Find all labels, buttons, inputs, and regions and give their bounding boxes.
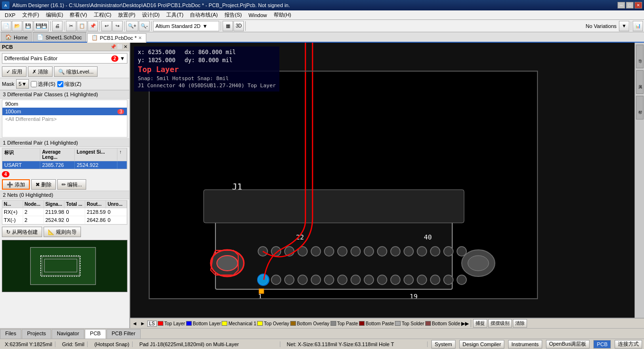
net-row-rx[interactable]: RX(+) 2 2119.98 0 2128.59 0 [2, 208, 127, 216]
tb-zoom-in[interactable]: 🔍+ [126, 21, 138, 31]
tb-copy[interactable]: 📋 [77, 21, 87, 31]
panel-close-btn[interactable]: ✕ [124, 44, 127, 49]
class-item-90om[interactable]: 90om [2, 100, 127, 108]
tb-redo[interactable]: ↪ [112, 21, 123, 31]
layer-scroll-right[interactable]: ► [139, 321, 146, 326]
clear-button[interactable]: ✗ 清除 [28, 66, 53, 77]
view-dropdown[interactable]: Altium Standard 2D ▼ [153, 21, 219, 31]
design-compiler-btn[interactable]: Design Compiler [459, 340, 504, 349]
menu-window[interactable]: Window [246, 11, 270, 19]
tb-new[interactable]: 📄 [1, 21, 11, 31]
tb-paste[interactable]: 📌 [88, 21, 98, 31]
apply-button[interactable]: ✓ 应用 [2, 66, 27, 77]
svg-point-51 [444, 275, 453, 285]
variations-dropdown[interactable]: ▼ [619, 21, 629, 31]
tb-open[interactable]: 📂 [12, 21, 22, 31]
class-item-all[interactable]: <All Differential Pairs> [2, 115, 127, 123]
ls-btn[interactable]: LS [147, 321, 157, 327]
select-checkbox[interactable] [31, 81, 37, 87]
layer-top-overlay[interactable]: Top Overlay [257, 321, 289, 326]
layer-more-icon[interactable]: ▶▶ [461, 321, 469, 327]
menu-view[interactable]: 察看(V) [67, 10, 90, 19]
tb-layers[interactable]: 📊 [633, 21, 643, 31]
layer-bot-paste[interactable]: Bottom Paste [359, 321, 394, 326]
layer-bot-overlay[interactable]: Bottom Overlay [290, 321, 330, 326]
menu-edit[interactable]: 编辑(E) [43, 10, 66, 19]
net-col-total: Total ... [64, 201, 85, 208]
mask-value-btn[interactable]: 5 ▼ [16, 79, 29, 89]
panel-pin-btn[interactable]: 📌 [110, 44, 116, 49]
minimize-button[interactable]: ─ [617, 2, 625, 9]
pcb-status-btn[interactable]: PCB [593, 340, 611, 349]
add-button[interactable]: ➕ 添加 [2, 179, 30, 190]
menu-report[interactable]: 报告(S) [222, 10, 245, 19]
edit-button[interactable]: ✏ 编辑... [57, 179, 86, 190]
menu-autoroute[interactable]: 自动布线(A) [187, 10, 221, 19]
menu-dxp[interactable]: DXP [2, 11, 18, 19]
right-side-panel: 导 属 帮 [635, 43, 644, 318]
properties-btn[interactable]: 属 [636, 70, 644, 94]
tab-navigator[interactable]: Navigator [52, 329, 84, 339]
menu-project[interactable]: 工程(C) [91, 10, 114, 19]
tb-cut[interactable]: ✂ [66, 21, 76, 31]
zoom-level-button[interactable]: 🔍 缩放Level... [54, 66, 98, 77]
col-sort[interactable]: ↑ [117, 148, 127, 161]
dropdown-arrow-icon: ▼ [120, 55, 125, 61]
tab-projects[interactable]: Projects [22, 329, 51, 339]
minimap[interactable] [2, 240, 127, 292]
tb-save[interactable]: 💾 [23, 21, 33, 31]
instruments-btn[interactable]: Instruments [508, 340, 542, 349]
mask-level-btn[interactable]: 摆摆级别 [488, 319, 512, 328]
workspace: PCB 📌 ⬜ ✕ Differential Pairs Editor 2 ▼ [0, 43, 644, 328]
tab-pcb[interactable]: 📋 PCB1.PcbDoc * ✕ [87, 33, 147, 43]
layer-mech1[interactable]: Mechanical 1 [222, 321, 256, 326]
tb-print[interactable]: 🖨 [52, 21, 63, 31]
close-button[interactable]: ✕ [635, 2, 642, 9]
tab-pcb-bottom[interactable]: PCB [85, 329, 106, 339]
maximize-button[interactable]: □ [626, 2, 634, 9]
openbus-btn[interactable]: OpenBus调层板 [546, 340, 590, 349]
layer-scroll-left[interactable]: ◄ [131, 321, 138, 326]
layer-clear-btn[interactable]: 清除 [513, 319, 527, 328]
zoom-checkbox-label[interactable]: 缩放(Z) [57, 81, 81, 88]
capture-btn[interactable]: 捕捉 [473, 319, 487, 328]
pcb-canvas[interactable]: x: 6235.000 dx: 860.000 mil y: 1825.000 … [130, 43, 644, 318]
connect-method-btn[interactable]: 连接方式 [615, 340, 642, 349]
tb-saveall[interactable]: 💾💾 [34, 21, 49, 31]
system-btn[interactable]: System [431, 340, 456, 349]
from-net-button[interactable]: ↻ 从网络创建 [2, 227, 42, 237]
layer-top-paste[interactable]: Top Paste [331, 321, 358, 326]
class-item-100om[interactable]: 100om 3 [2, 108, 127, 115]
tab-close-icon[interactable]: ✕ [138, 36, 142, 40]
tab-schematic[interactable]: 📄 Sheet1.SchDoc [33, 32, 86, 42]
zoom-checkbox[interactable] [57, 81, 63, 87]
tab-home[interactable]: 🏠 Home [1, 32, 32, 42]
svg-rect-1 [30, 248, 95, 285]
panel-float-btn[interactable]: ⬜ [117, 44, 123, 49]
inspector-btn[interactable]: 导 [636, 45, 644, 68]
tab-files[interactable]: Files [0, 329, 21, 339]
menu-place[interactable]: 放置(P) [115, 10, 138, 19]
tb-zoom-out[interactable]: 🔍- [139, 21, 150, 31]
diff-pair-row-usart[interactable]: USART 2385.726 2524.922 [2, 161, 127, 169]
help-btn[interactable]: 帮 [636, 96, 644, 119]
menu-file[interactable]: 文件(F) [19, 10, 42, 19]
panel-dropdown[interactable]: Differential Pairs Editor 2 ▼ [2, 53, 127, 64]
layer-bottom[interactable]: Bottom Layer [186, 321, 221, 326]
menu-design[interactable]: 设计(D) [139, 10, 162, 19]
tb-undo[interactable]: ↩ [101, 21, 112, 31]
tb-interactive[interactable]: ▦ [223, 21, 233, 31]
edit-icon: ✏ [62, 182, 66, 188]
menu-tools[interactable]: 工具(T) [163, 10, 186, 19]
tb-3d[interactable]: 3D [233, 21, 244, 31]
diff-classes-list: 90om 100om 3 <All Differential Pairs> [2, 100, 127, 138]
select-checkbox-label[interactable]: 选择(S) [31, 81, 55, 88]
layer-top-solder[interactable]: Top Solder [395, 321, 424, 326]
rule-wizard-button[interactable]: 📐 规则向导 [44, 227, 81, 237]
net-row-tx[interactable]: TX(-) 2 2524.92 0 2642.86 0 [2, 216, 127, 224]
layer-top[interactable]: Top Layer [158, 321, 185, 326]
layer-bot-solder[interactable]: Bottom Solde [425, 321, 460, 326]
delete-button[interactable]: ✖ 删除 [31, 179, 56, 190]
menu-help[interactable]: 帮助(H) [271, 10, 294, 19]
tab-pcb-filter[interactable]: PCB Filter [107, 329, 141, 339]
